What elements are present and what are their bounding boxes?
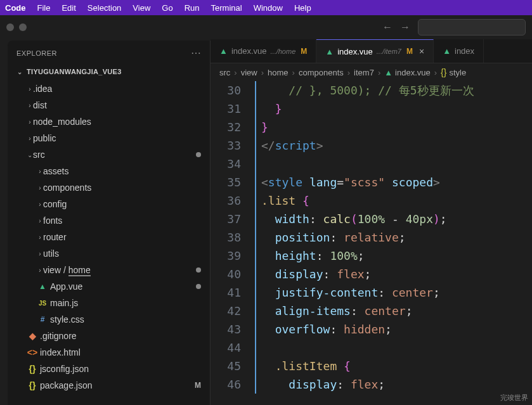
tree-label: style.css [50, 314, 201, 325]
breadcrumb-item[interactable]: {} style [441, 67, 466, 77]
project-name: TIYUGUANWANGJIA_VUE3 [27, 68, 122, 75]
git-dirty-dot [196, 267, 201, 273]
tree-label: main.js [50, 298, 201, 308]
code-line[interactable]: width: calc(100% - 40px); [261, 210, 532, 228]
tab-path: .../item7 [377, 48, 401, 55]
menu-edit[interactable]: Edit [62, 3, 75, 13]
folder-components[interactable]: ›components [11, 179, 206, 196]
breadcrumb-item[interactable]: home [268, 68, 289, 77]
code-line[interactable]: position: relative; [261, 228, 532, 247]
folder-src[interactable]: ⌄src [11, 146, 206, 163]
nav-arrows: ← → [382, 22, 410, 33]
file-app-vue[interactable]: ▲App.vue [11, 278, 206, 295]
code-line[interactable]: .listItem { [261, 357, 532, 375]
folder-router[interactable]: ›router [11, 229, 206, 245]
code-line[interactable]: </script> [261, 136, 532, 155]
file-style-css[interactable]: #style.css [11, 311, 206, 328]
code-line[interactable]: // }, 5000); // 每5秒更新一次 [261, 81, 532, 100]
menubar: CodeFileEditSelectionViewGoRunTerminalWi… [0, 0, 532, 15]
tree-label: jsconfig.json [40, 364, 201, 374]
code-line[interactable]: } [261, 100, 532, 118]
tree-label: fonts [43, 215, 201, 226]
folder--idea[interactable]: ›.idea [11, 80, 206, 97]
code-area[interactable]: 3031323334353637383940414243444546 // },… [211, 81, 532, 405]
nav-forward-icon[interactable]: → [400, 22, 410, 33]
menu-selection[interactable]: Selection [88, 3, 121, 13]
code-line[interactable]: overflow: hidden; [261, 320, 532, 338]
folder-fonts[interactable]: ›fonts [11, 212, 206, 229]
breadcrumb-separator: › [378, 68, 380, 77]
command-center-search[interactable] [418, 19, 526, 35]
traffic-minimize[interactable] [19, 23, 27, 31]
menu-terminal[interactable]: Terminal [211, 3, 242, 13]
breadcrumb-item[interactable]: item7 [354, 68, 374, 77]
menu-run[interactable]: Run [185, 3, 200, 13]
code-line[interactable]: height: 100%; [261, 247, 532, 265]
code-line[interactable]: } [261, 118, 532, 136]
menu-code[interactable]: Code [5, 3, 26, 13]
menu-window[interactable]: Window [254, 3, 283, 13]
menu-help[interactable]: Help [294, 3, 311, 13]
tree-label: package.json [40, 380, 195, 390]
tab-index-vue[interactable]: ▲index.vue.../homeM [211, 39, 316, 63]
tab-index[interactable]: ▲index [434, 39, 484, 63]
file-main-js[interactable]: JSmain.js [11, 295, 206, 311]
nav-back-icon[interactable]: ← [382, 22, 393, 33]
code-line[interactable]: .list { [261, 191, 532, 210]
tree-label: src [33, 150, 196, 160]
code-lines[interactable]: // }, 5000); // 每5秒更新一次 }}</script> <sty… [256, 81, 532, 405]
breadcrumb-separator: › [261, 68, 264, 77]
json-icon: {} [27, 364, 38, 374]
folder-utils[interactable]: ›utils [11, 245, 206, 262]
vue-icon: ▲ [443, 46, 451, 56]
chevron-icon: › [37, 201, 43, 208]
chevron-icon: › [27, 135, 33, 142]
window-controls [6, 23, 27, 31]
breadcrumb-separator: › [434, 68, 437, 77]
folder-dist[interactable]: ›dist [11, 97, 206, 113]
file-index-html[interactable]: <>index.html [11, 344, 206, 361]
code-line[interactable] [261, 155, 532, 173]
file--gitignore[interactable]: ◆.gitignore [11, 328, 206, 344]
breadcrumb-item[interactable]: view [241, 68, 257, 77]
vue-icon: ▲ [384, 68, 393, 77]
git-dirty-dot [196, 284, 201, 289]
file-package-json[interactable]: {}package.jsonM [11, 377, 206, 394]
line-number: 30 [211, 81, 256, 100]
folder-config[interactable]: ›config [11, 196, 206, 212]
more-icon[interactable]: ⋯ [191, 47, 202, 59]
code-line[interactable]: justify-content: center; [261, 283, 532, 302]
code-line[interactable]: <style lang="scss" scoped> [261, 173, 532, 191]
code-line[interactable] [261, 338, 532, 357]
folder-view-[interactable]: ›view / home [11, 262, 206, 278]
line-number: 41 [211, 283, 256, 302]
folder-public[interactable]: ›public [11, 130, 206, 146]
breadcrumb-item[interactable]: ▲ index.vue [384, 68, 431, 77]
menu-view[interactable]: View [133, 3, 150, 13]
tab-index-vue[interactable]: ▲index.vue.../item7M× [316, 39, 434, 63]
code-line[interactable]: align-items: center; [261, 302, 532, 320]
tree-label: .gitignore [40, 331, 201, 341]
menu-go[interactable]: Go [162, 3, 172, 13]
project-root[interactable]: ⌄ TIYUGUANWANGJIA_VUE3 [8, 65, 210, 80]
tree-label: router [43, 232, 201, 242]
close-icon[interactable]: × [419, 46, 424, 56]
line-number: 33 [211, 136, 256, 155]
breadcrumb[interactable]: src›view›home›components›item7›▲ index.v… [211, 63, 532, 81]
line-number: 44 [211, 338, 256, 357]
code-line[interactable]: display: flex; [261, 265, 532, 283]
file-jsconfig-json[interactable]: {}jsconfig.json [11, 361, 206, 377]
folder-node-modules[interactable]: ›node_modules [11, 113, 206, 130]
css-icon: # [37, 315, 48, 324]
line-number: 37 [211, 210, 256, 228]
menu-file[interactable]: File [37, 3, 51, 13]
chevron-down-icon: ⌄ [16, 68, 23, 75]
breadcrumb-item[interactable]: src [219, 68, 230, 77]
tree-label: App.vue [50, 281, 196, 292]
tree-label: view / home [43, 265, 196, 275]
folder-assets[interactable]: ›assets [11, 163, 206, 179]
traffic-close[interactable] [6, 23, 14, 31]
breadcrumb-item[interactable]: components [299, 68, 344, 77]
tab-title: index.vue [231, 46, 267, 56]
code-line[interactable]: display: flex; [261, 375, 532, 394]
